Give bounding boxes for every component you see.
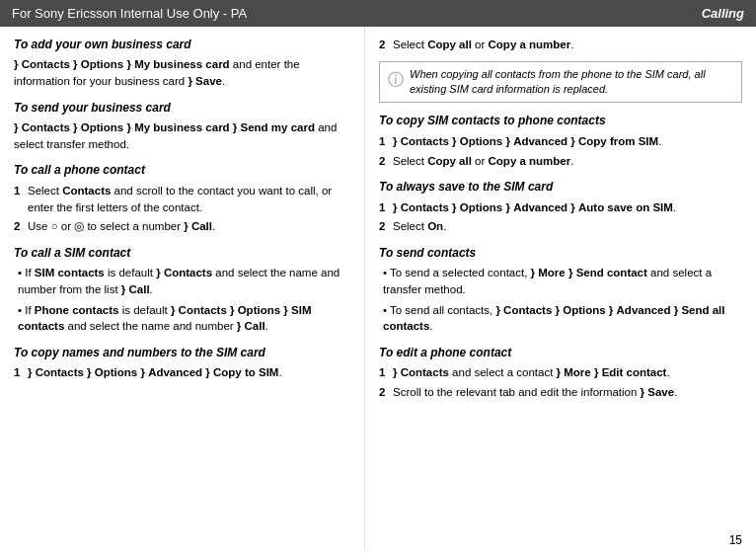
page-number: 15 xyxy=(729,533,742,547)
section-add-business-card: To add your own business card } Contacts… xyxy=(14,37,350,90)
section-title-call-phone-contact: To call a phone contact xyxy=(14,162,350,179)
note-text: When copying all contacts from the phone… xyxy=(410,67,733,98)
bullet-1-call-sim: If SIM contacts is default } Contacts an… xyxy=(18,265,350,297)
section-call-phone-contact: To call a phone contact 1 Select Contact… xyxy=(14,162,350,234)
section-body-add-business-card: } Contacts } Options } My business card … xyxy=(14,56,350,89)
section-call-sim-contact: To call a SIM contact If SIM contacts is… xyxy=(14,245,350,335)
step-1-copy-sim: 1 } Contacts } Options } Advanced } Copy… xyxy=(379,133,742,150)
section-title-add-business-card: To add your own business card xyxy=(14,37,350,53)
section-title-edit-phone-contact: To edit a phone contact xyxy=(379,345,742,361)
note-box: ⓘ When copying all contacts from the pho… xyxy=(379,61,742,104)
header: For Sony Ericsson Internal Use Only - PA… xyxy=(0,0,756,27)
step-1-call-phone: 1 Select Contacts and scroll to the cont… xyxy=(14,183,350,215)
section-title-copy-sim-to-phone: To copy SIM contacts to phone contacts xyxy=(379,113,742,129)
bullet-1-send-contacts: To send a selected contact, } More } Sen… xyxy=(383,265,742,297)
section-copy-sim-to-phone: To copy SIM contacts to phone contacts 1… xyxy=(379,113,742,169)
step-1-copy-names: 1 } Contacts } Options } Advanced } Copy… xyxy=(14,364,350,381)
right-column: 2 Select Copy all or Copy a number. ⓘ Wh… xyxy=(365,27,756,550)
section-copy-names-numbers: To copy names and numbers to the SIM car… xyxy=(14,345,350,381)
step-1-always-save: 1 } Contacts } Options } Advanced } Auto… xyxy=(379,199,742,216)
step-1-edit-contact: 1 } Contacts and select a contact } More… xyxy=(379,364,742,381)
section-title-copy-names-numbers: To copy names and numbers to the SIM car… xyxy=(14,345,350,361)
section-body-send-business-card: } Contacts } Options } My business card … xyxy=(14,119,350,152)
left-column: To add your own business card } Contacts… xyxy=(0,27,365,550)
bullet-2-send-contacts: To send all contacts, } Contacts } Optio… xyxy=(383,302,742,335)
header-title: For Sony Ericsson Internal Use Only - PA xyxy=(12,6,247,21)
step-2-edit-contact: 2 Scroll to the relevant tab and edit th… xyxy=(379,384,742,401)
section-title-send-business-card: To send your business card xyxy=(14,100,350,117)
section-title-call-sim-contact: To call a SIM contact xyxy=(14,245,350,262)
section-always-save-sim: To always save to the SIM card 1 } Conta… xyxy=(379,179,742,235)
step-2-always-save: 2 Select On. xyxy=(379,218,742,235)
section-send-contacts: To send contacts To send a selected cont… xyxy=(379,245,742,335)
note-icon: ⓘ xyxy=(388,68,404,91)
section-title-always-save-sim: To always save to the SIM card xyxy=(379,179,742,196)
step-2-copy-sim: 2 Select Copy all or Copy a number. xyxy=(379,153,742,170)
section-edit-phone-contact: To edit a phone contact 1 } Contacts and… xyxy=(379,345,742,401)
section-send-business-card: To send your business card } Contacts } … xyxy=(14,100,350,153)
section-title-send-contacts: To send contacts xyxy=(379,245,742,262)
bullet-2-call-sim: If Phone contacts is default } Contacts … xyxy=(18,302,350,335)
header-section: Calling xyxy=(702,6,744,21)
step-2-call-phone: 2 Use ○ or ◎ to select a number } Call. xyxy=(14,218,350,235)
step-2-top: 2 Select Copy all or Copy a number. xyxy=(379,37,742,53)
